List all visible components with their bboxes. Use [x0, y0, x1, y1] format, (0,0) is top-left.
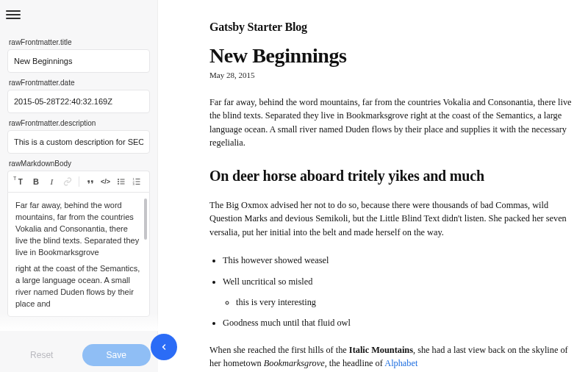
editor-sidebar: rawFrontmatter.title rawFrontmatter.date… — [0, 0, 158, 372]
editor-scrollbar[interactable] — [144, 198, 147, 240]
link-alphabet[interactable]: Alphabet — [384, 358, 417, 368]
markdown-body-editor[interactable]: Far far away, behind the word mountains,… — [7, 192, 150, 317]
field-label-date: rawFrontmatter.date — [9, 79, 150, 87]
svg-rect-10 — [136, 182, 140, 182]
heading-2: On deer horse aboard tritely yikes and m… — [209, 165, 573, 187]
form-area: rawFrontmatter.title rawFrontmatter.date… — [0, 29, 157, 372]
reset-button[interactable]: Reset — [7, 344, 76, 366]
bullet-list-icon[interactable] — [116, 176, 126, 187]
svg-rect-9 — [136, 179, 140, 179]
svg-rect-4 — [120, 182, 124, 182]
save-button[interactable]: Save — [82, 344, 151, 366]
quote-icon[interactable] — [85, 176, 94, 187]
svg-point-1 — [118, 181, 119, 182]
title-input[interactable] — [7, 49, 150, 73]
list-item: Well uncritical so misled this is very i… — [223, 275, 573, 310]
list-item: Goodness much until that fluid owl — [223, 316, 573, 329]
numbered-list-icon[interactable]: 123 — [132, 176, 142, 187]
preview-pane: Gatsby Starter Blog New Beginnings May 2… — [158, 0, 588, 372]
menu-icon[interactable] — [6, 7, 24, 22]
bullet-list: This however showed weasel Well uncritic… — [209, 254, 573, 330]
editor-text: right at the coast of the Semantics, a l… — [15, 263, 140, 310]
date-input[interactable] — [7, 90, 150, 113]
list-item: This however showed weasel — [223, 254, 573, 267]
sidebar-header — [0, 0, 157, 29]
chevron-left-icon — [159, 343, 168, 351]
svg-point-0 — [118, 179, 119, 180]
link-icon[interactable] — [62, 176, 72, 187]
heading-icon[interactable]: TT — [15, 176, 25, 187]
italic-icon[interactable]: I — [47, 176, 57, 187]
svg-rect-5 — [120, 184, 124, 185]
post-title: New Beginnings — [209, 44, 573, 68]
bold-icon[interactable]: B — [31, 176, 40, 187]
description-input[interactable] — [7, 130, 150, 154]
sidebar-footer: Reset Save — [0, 338, 158, 372]
post-date: May 28, 2015 — [209, 71, 573, 79]
paragraph: Far far away, behind the word mountains,… — [209, 96, 573, 150]
paragraph: The Big Oxmox advised her not to do so, … — [209, 198, 573, 239]
site-title: Gatsby Starter Blog — [209, 21, 573, 34]
editor-text: Far far away, behind the word mountains,… — [15, 200, 140, 259]
svg-point-2 — [118, 183, 119, 185]
field-label-title: rawFrontmatter.title — [9, 38, 150, 46]
list-item: this is very interesting — [236, 296, 573, 309]
paragraph: When she reached the first hills of the … — [209, 343, 573, 371]
post-body: Far far away, behind the word mountains,… — [209, 96, 573, 371]
collapse-sidebar-button[interactable] — [151, 334, 177, 360]
svg-rect-3 — [120, 179, 124, 180]
svg-rect-11 — [136, 184, 140, 185]
svg-text:3: 3 — [133, 182, 135, 186]
field-label-body: rawMarkdownBody — [9, 160, 150, 168]
editor-toolbar: TT B I </> 123 — [7, 171, 150, 192]
code-icon[interactable]: </> — [101, 176, 110, 187]
field-label-description: rawFrontmatter.description — [9, 119, 150, 127]
